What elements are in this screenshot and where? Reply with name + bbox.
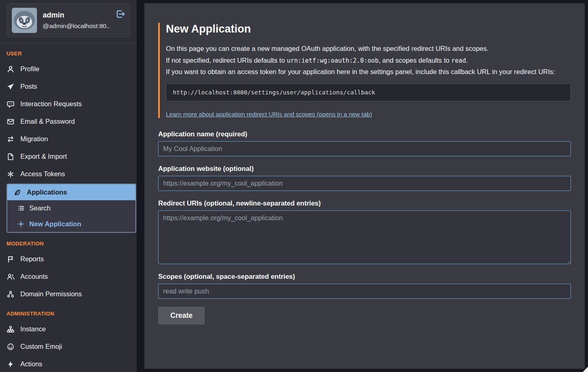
certificate-icon xyxy=(7,171,15,178)
user-info: admin @admin@localhost:80... xyxy=(43,11,110,30)
speech-bubble-icon xyxy=(7,101,15,108)
flag-icon xyxy=(7,256,15,263)
sidebar-item-migration[interactable]: Migration xyxy=(0,130,137,148)
smiley-icon xyxy=(7,343,15,350)
sidebar-item-label: Applications xyxy=(27,188,67,196)
description-line-2: If not specified, redirect URIs defaults… xyxy=(166,55,571,66)
feather-icon xyxy=(13,189,21,196)
inline-code-read: read xyxy=(451,57,466,64)
sidebar-item-label: Access Tokens xyxy=(20,170,65,178)
sidebar-item-domain-permissions[interactable]: Domain Permissions xyxy=(0,285,137,303)
new-application-form: Application name (required) Application … xyxy=(158,130,571,324)
resize-corner-grip[interactable] xyxy=(583,367,588,372)
sidebar-item-label: Interaction Requests xyxy=(20,100,82,108)
list-icon xyxy=(17,205,24,212)
user-card[interactable]: admin @admin@localhost:80... xyxy=(7,3,130,37)
sidebar-item-label: Reports xyxy=(20,255,44,263)
sidebar-item-export-import[interactable]: Export & Import xyxy=(0,148,137,165)
sidebar-item-accounts[interactable]: Accounts xyxy=(0,268,137,285)
sidebar-item-label: Migration xyxy=(20,135,48,143)
sidebar-item-profile[interactable]: Profile xyxy=(0,60,137,78)
redirect-uris-field: Redirect URIs (optional, newline-separat… xyxy=(158,199,571,264)
page-title: New Application xyxy=(166,23,571,35)
sidebar-item-instance[interactable]: Instance xyxy=(0,320,137,338)
submenu-item-new-application[interactable]: New Application xyxy=(7,216,135,232)
applications-group: Applications Search New Application xyxy=(7,184,136,233)
sidebar-item-email-password[interactable]: Email & Password xyxy=(0,113,137,130)
user-card-wrap: admin @admin@localhost:80... xyxy=(0,0,137,43)
sidebar-item-applications[interactable]: Applications xyxy=(7,184,135,200)
description-line-3: If you want to obtain an access token fo… xyxy=(166,67,571,77)
user-icon xyxy=(7,66,15,73)
callback-url-codeblock: http://localhost:8080/settings/user/appl… xyxy=(166,83,571,101)
application-name-label: Application name (required) xyxy=(158,130,571,138)
sidebar-item-actions[interactable]: Actions xyxy=(0,355,137,372)
sidebar-item-label: Posts xyxy=(20,83,37,90)
scopes-label: Scopes (optional, space-separated entrie… xyxy=(158,273,571,280)
create-button[interactable]: Create xyxy=(158,307,205,324)
redirect-uris-label: Redirect URIs (optional, newline-separat… xyxy=(158,199,571,207)
submenu-item-search[interactable]: Search xyxy=(7,200,135,216)
application-name-field: Application name (required) xyxy=(158,130,571,156)
application-website-input[interactable] xyxy=(158,176,571,191)
sitemap-icon xyxy=(7,326,15,333)
sidebar-item-custom-emoji[interactable]: Custom Emoji xyxy=(0,338,137,355)
application-website-field: Application website (optional) xyxy=(158,165,571,191)
exchange-arrows-icon xyxy=(7,136,15,143)
scopes-input[interactable] xyxy=(158,284,571,299)
scopes-field: Scopes (optional, space-separated entrie… xyxy=(158,273,571,299)
user-handle: @admin@localhost:80... xyxy=(43,22,110,30)
section-title-administration: ADMINISTRATION xyxy=(7,311,130,317)
avatar xyxy=(12,8,37,33)
user-name: admin xyxy=(43,11,110,20)
sidebar-item-label: Export & Import xyxy=(20,153,67,160)
sidebar-item-label: Actions xyxy=(20,360,42,368)
inline-code-oob: urn:ietf:wg:oauth:2.0:oob xyxy=(287,57,379,64)
application-website-label: Application website (optional) xyxy=(158,165,571,173)
sidebar-item-label: Domain Permissions xyxy=(20,290,82,298)
sidebar-item-access-tokens[interactable]: Access Tokens xyxy=(0,165,137,183)
section-title-user: USER xyxy=(7,50,130,57)
description-line-1: On this page you can create a new manage… xyxy=(166,44,571,54)
sidebar-item-interaction-requests[interactable]: Interaction Requests xyxy=(0,95,137,113)
main-panel: New Application On this page you can cre… xyxy=(144,3,585,369)
sidebar-item-label: Email & Password xyxy=(20,118,75,125)
sidebar-item-posts[interactable]: Posts xyxy=(0,78,137,95)
sidebar-item-label: Profile xyxy=(20,65,39,73)
redirect-uris-textarea[interactable] xyxy=(158,210,571,264)
bolt-icon xyxy=(7,361,15,368)
file-export-icon xyxy=(7,153,15,160)
application-name-input[interactable] xyxy=(158,141,571,156)
submenu-item-label: Search xyxy=(29,204,50,212)
users-icon xyxy=(7,273,15,280)
plus-icon xyxy=(17,221,24,228)
sidebar-item-label: Accounts xyxy=(20,273,48,280)
sidebar-item-label: Custom Emoji xyxy=(20,343,62,350)
sidebar-item-label: Instance xyxy=(20,325,46,333)
learn-more-link[interactable]: Learn more about application redirect UR… xyxy=(166,111,372,118)
section-title-moderation: MODERATION xyxy=(7,241,130,247)
logout-icon[interactable] xyxy=(115,9,125,19)
sidebar: admin @admin@localhost:80... USER Profil… xyxy=(0,0,137,372)
paper-plane-icon xyxy=(7,83,15,90)
envelope-icon xyxy=(7,118,15,125)
intro-block: New Application On this page you can cre… xyxy=(158,23,571,118)
submenu-item-label: New Application xyxy=(29,220,81,228)
sidebar-item-reports[interactable]: Reports xyxy=(0,250,137,268)
network-icon xyxy=(7,291,15,298)
